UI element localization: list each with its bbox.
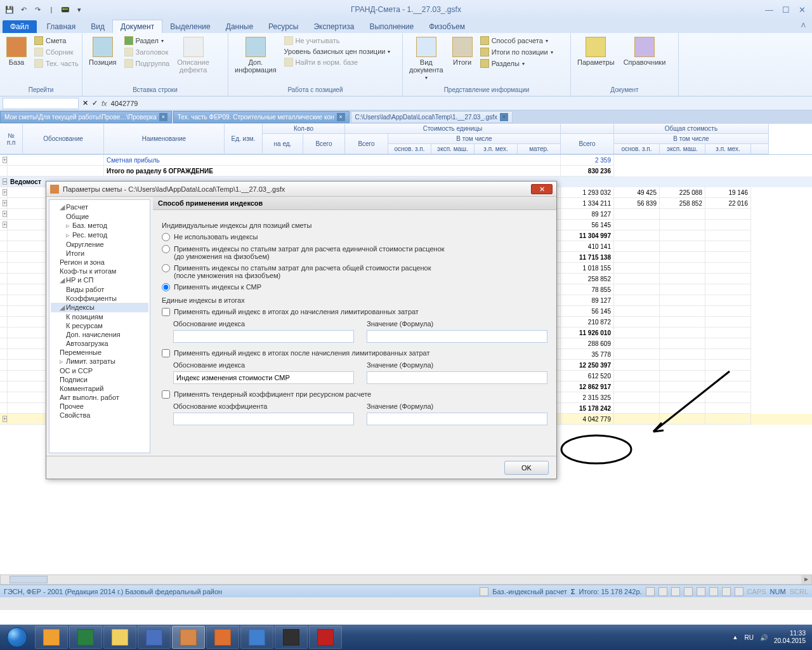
radio-total-index[interactable]: Применять индексы по статьям затрат для … <box>162 264 547 279</box>
doc-tab-2[interactable]: Тех. часть ФЕР09. Строительные металличе… <box>173 111 350 123</box>
tab-resources[interactable]: Ресурсы <box>261 20 306 33</box>
name-box[interactable] <box>3 98 79 109</box>
references-button[interactable]: Справочники <box>621 36 669 67</box>
horizontal-scrollbar[interactable]: ▶ <box>0 574 812 585</box>
tree-indexes[interactable]: ◢Индексы <box>51 303 148 312</box>
task-button[interactable] <box>103 626 136 649</box>
chk-before-limit[interactable]: Применять единый индекс в итогах до начи… <box>162 308 547 316</box>
calc-icon[interactable]: 📟 <box>60 4 71 15</box>
task-button[interactable] <box>138 626 171 649</box>
start-button[interactable] <box>0 625 34 650</box>
ignore-item[interactable]: Не учитывать <box>283 36 392 46</box>
maximize-icon[interactable]: ☐ <box>782 5 790 15</box>
radio-unit-index[interactable]: Применять индексы по статьям затрат для … <box>162 245 547 260</box>
subgroup-item[interactable]: Подгруппа <box>123 58 171 69</box>
tree-item[interactable]: Свойства <box>51 411 148 420</box>
tab-document[interactable]: Документ <box>112 20 162 33</box>
system-tray[interactable]: ▲ RU 🔊 11:3320.04.2015 <box>726 630 812 645</box>
tree-item[interactable]: Округление <box>51 240 148 249</box>
dialog-tree[interactable]: ◢Расчет Общие ▹Баз. метод ▹Рес. метод Ок… <box>49 199 150 453</box>
tree-item[interactable]: ОС и ССР <box>51 366 148 375</box>
chk-after-limit[interactable]: Применять единый индекс в итогах после н… <box>162 349 547 357</box>
tree-item[interactable]: ▹Лимит. затраты <box>51 357 148 366</box>
file-tab[interactable]: Файл <box>3 20 37 33</box>
collapse-icon[interactable]: − <box>3 178 7 185</box>
coef-basis-input[interactable] <box>173 413 354 425</box>
tree-item[interactable]: Доп. начисления <box>51 330 148 339</box>
tab-physvolume[interactable]: Физобъем <box>421 20 473 33</box>
tree-calc[interactable]: ◢Расчет <box>51 202 148 212</box>
tree-item[interactable]: Регион и зона <box>51 258 148 267</box>
task-button[interactable] <box>275 626 308 649</box>
sections-item[interactable]: Разделы ▾ <box>479 58 554 69</box>
tree-item[interactable]: Итоги <box>51 249 148 258</box>
tree-item[interactable]: Коэффициенты <box>51 294 148 303</box>
task-button[interactable] <box>240 626 273 649</box>
tree-item[interactable]: ▹Баз. метод <box>51 221 148 230</box>
doc-tab-1[interactable]: Мои сметы\Для текущей работы\Прове…\Пров… <box>0 111 172 123</box>
tree-item[interactable]: Переменные <box>51 348 148 357</box>
header-item[interactable]: Заголовок <box>123 47 171 57</box>
undo-icon[interactable]: ↶ <box>18 4 29 15</box>
tab-view[interactable]: Вид <box>83 20 112 33</box>
tree-item[interactable]: Коэф-ты к итогам <box>51 267 148 275</box>
docview-button[interactable]: Вид документа▾ <box>407 36 446 82</box>
tree-item[interactable]: Виды работ <box>51 285 148 294</box>
itemtotals-item[interactable]: Итоги по позиции ▾ <box>479 47 554 57</box>
addinfo-button[interactable]: Доп. информация <box>232 36 279 75</box>
collection-item[interactable]: Сборник <box>33 47 80 57</box>
base-button[interactable]: База <box>4 36 29 67</box>
tree-item[interactable]: Акт выполн. работ <box>51 393 148 402</box>
chk-tender[interactable]: Применять тендерный коэффициент при ресу… <box>162 390 547 399</box>
tab-expertise[interactable]: Экспертиза <box>306 20 362 33</box>
tab-close-icon[interactable]: × <box>337 113 345 121</box>
estimate-item[interactable]: Смета <box>33 36 80 46</box>
findnorm-item[interactable]: Найти в норм. базе <box>283 57 392 67</box>
tree-item[interactable]: Подписи <box>51 375 148 384</box>
tree-item[interactable]: ◢НР и СП <box>51 275 148 285</box>
expand-icon[interactable]: + <box>3 157 7 163</box>
tab-selection[interactable]: Выделение <box>162 20 218 33</box>
scroll-thumb[interactable] <box>10 576 48 583</box>
tree-item[interactable]: Комментарий <box>51 384 148 393</box>
coef-value-input[interactable] <box>367 413 547 425</box>
tree-item[interactable]: Автозагрузка <box>51 339 148 348</box>
task-button[interactable] <box>35 626 68 649</box>
index-basis-input-1[interactable] <box>173 330 354 343</box>
formula-value[interactable]: 4042779 <box>111 100 138 107</box>
task-button[interactable] <box>172 626 205 649</box>
tree-item[interactable]: ▹Рес. метод <box>51 230 148 240</box>
tree-item[interactable]: К позициям <box>51 312 148 321</box>
redo-icon[interactable]: ↷ <box>32 4 43 15</box>
close-icon[interactable]: ✕ <box>799 5 806 15</box>
scroll-right-icon[interactable]: ▶ <box>801 575 811 584</box>
position-button[interactable]: Позиция <box>86 36 119 67</box>
baseprice-item[interactable]: Уровень базисных цен позиции ▾ <box>283 47 392 56</box>
tree-item[interactable]: Общие <box>51 212 148 221</box>
qat-more-icon[interactable]: ▾ <box>74 4 85 15</box>
task-button[interactable] <box>309 626 342 649</box>
tab-data[interactable]: Данные <box>218 20 261 33</box>
index-value-input-1[interactable] <box>367 330 547 343</box>
tab-main[interactable]: Главная <box>39 20 84 33</box>
task-button[interactable] <box>206 626 239 649</box>
dialog-titlebar[interactable]: Параметры сметы - C:\Users\lad\AppData\L… <box>46 182 556 197</box>
tree-item[interactable]: К ресурсам <box>51 321 148 330</box>
doc-tab-3[interactable]: C:\Users\lad\AppData\Local\Temp\1.__27.0… <box>351 111 513 123</box>
radio-no-index[interactable]: Не использовать индексы <box>162 233 547 241</box>
section-item[interactable]: Раздел ▾ <box>123 36 171 46</box>
ok-button[interactable]: OK <box>504 461 549 475</box>
tab-execution[interactable]: Выполнение <box>362 20 421 33</box>
index-value-input-2[interactable] <box>367 371 547 384</box>
collapse-ribbon-icon[interactable]: ᐱ <box>801 22 806 29</box>
totals-button[interactable]: Итоги <box>450 36 475 67</box>
defect-button[interactable]: Описание дефекта <box>174 36 212 75</box>
tab-close-icon[interactable]: × <box>159 113 167 121</box>
tree-item[interactable]: Прочее <box>51 402 148 411</box>
dialog-close-button[interactable]: ✕ <box>531 184 553 194</box>
index-basis-input-2[interactable] <box>173 371 354 384</box>
radio-smr-index[interactable]: Применять индексы к СМР <box>162 283 547 291</box>
task-button[interactable] <box>69 626 102 649</box>
parameters-button[interactable]: Параметры <box>575 36 617 67</box>
calcmethod-item[interactable]: Способ расчета ▾ <box>479 36 554 46</box>
